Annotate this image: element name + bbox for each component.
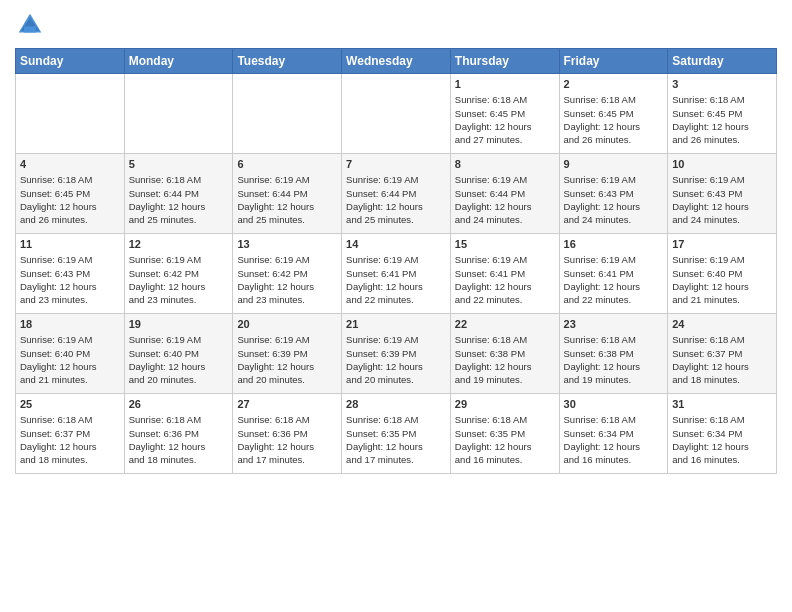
- day-number: 31: [672, 397, 772, 412]
- day-info: Sunset: 6:43 PM: [20, 267, 120, 280]
- calendar-table: SundayMondayTuesdayWednesdayThursdayFrid…: [15, 48, 777, 474]
- day-info: Daylight: 12 hours: [672, 440, 772, 453]
- day-info: and 23 minutes.: [237, 293, 337, 306]
- calendar-cell: 7Sunrise: 6:19 AMSunset: 6:44 PMDaylight…: [342, 154, 451, 234]
- day-info: Daylight: 12 hours: [564, 440, 664, 453]
- day-number: 30: [564, 397, 664, 412]
- day-number: 16: [564, 237, 664, 252]
- day-number: 4: [20, 157, 120, 172]
- day-number: 29: [455, 397, 555, 412]
- day-number: 10: [672, 157, 772, 172]
- day-info: Sunrise: 6:19 AM: [346, 173, 446, 186]
- day-info: Daylight: 12 hours: [564, 200, 664, 213]
- day-info: Sunrise: 6:19 AM: [672, 253, 772, 266]
- calendar-week-2: 4Sunrise: 6:18 AMSunset: 6:45 PMDaylight…: [16, 154, 777, 234]
- day-info: and 25 minutes.: [346, 213, 446, 226]
- day-info: Daylight: 12 hours: [564, 120, 664, 133]
- day-info: and 25 minutes.: [237, 213, 337, 226]
- day-number: 26: [129, 397, 229, 412]
- day-info: Sunset: 6:39 PM: [237, 347, 337, 360]
- calendar-cell: [124, 74, 233, 154]
- day-header-sunday: Sunday: [16, 49, 125, 74]
- day-info: Daylight: 12 hours: [237, 360, 337, 373]
- day-info: and 19 minutes.: [564, 373, 664, 386]
- day-number: 11: [20, 237, 120, 252]
- day-header-wednesday: Wednesday: [342, 49, 451, 74]
- day-info: and 24 minutes.: [672, 213, 772, 226]
- day-info: and 22 minutes.: [455, 293, 555, 306]
- day-info: and 21 minutes.: [20, 373, 120, 386]
- day-info: Sunset: 6:43 PM: [564, 187, 664, 200]
- day-info: Daylight: 12 hours: [129, 280, 229, 293]
- day-info: and 17 minutes.: [346, 453, 446, 466]
- day-info: Sunset: 6:36 PM: [129, 427, 229, 440]
- day-info: Daylight: 12 hours: [237, 200, 337, 213]
- calendar-cell: 1Sunrise: 6:18 AMSunset: 6:45 PMDaylight…: [450, 74, 559, 154]
- calendar-week-5: 25Sunrise: 6:18 AMSunset: 6:37 PMDayligh…: [16, 394, 777, 474]
- calendar-cell: 18Sunrise: 6:19 AMSunset: 6:40 PMDayligh…: [16, 314, 125, 394]
- calendar-cell: 4Sunrise: 6:18 AMSunset: 6:45 PMDaylight…: [16, 154, 125, 234]
- day-info: Sunset: 6:43 PM: [672, 187, 772, 200]
- day-header-saturday: Saturday: [668, 49, 777, 74]
- day-info: Daylight: 12 hours: [20, 200, 120, 213]
- day-info: Sunset: 6:35 PM: [346, 427, 446, 440]
- day-number: 5: [129, 157, 229, 172]
- day-info: Sunrise: 6:19 AM: [129, 253, 229, 266]
- day-info: and 26 minutes.: [20, 213, 120, 226]
- day-info: and 20 minutes.: [346, 373, 446, 386]
- day-info: and 26 minutes.: [672, 133, 772, 146]
- calendar-cell: 19Sunrise: 6:19 AMSunset: 6:40 PMDayligh…: [124, 314, 233, 394]
- calendar-cell: 23Sunrise: 6:18 AMSunset: 6:38 PMDayligh…: [559, 314, 668, 394]
- day-info: Sunrise: 6:19 AM: [20, 333, 120, 346]
- day-info: Daylight: 12 hours: [20, 280, 120, 293]
- calendar-cell: 28Sunrise: 6:18 AMSunset: 6:35 PMDayligh…: [342, 394, 451, 474]
- day-info: Sunset: 6:42 PM: [237, 267, 337, 280]
- day-info: Daylight: 12 hours: [672, 360, 772, 373]
- day-info: Daylight: 12 hours: [564, 280, 664, 293]
- day-info: Sunrise: 6:19 AM: [20, 253, 120, 266]
- day-info: Sunrise: 6:18 AM: [129, 413, 229, 426]
- day-number: 19: [129, 317, 229, 332]
- calendar-cell: 15Sunrise: 6:19 AMSunset: 6:41 PMDayligh…: [450, 234, 559, 314]
- day-header-tuesday: Tuesday: [233, 49, 342, 74]
- calendar-cell: 13Sunrise: 6:19 AMSunset: 6:42 PMDayligh…: [233, 234, 342, 314]
- day-info: Sunrise: 6:18 AM: [672, 333, 772, 346]
- calendar-week-4: 18Sunrise: 6:19 AMSunset: 6:40 PMDayligh…: [16, 314, 777, 394]
- calendar-cell: 11Sunrise: 6:19 AMSunset: 6:43 PMDayligh…: [16, 234, 125, 314]
- day-info: Sunrise: 6:18 AM: [129, 173, 229, 186]
- day-info: Sunrise: 6:18 AM: [346, 413, 446, 426]
- day-number: 12: [129, 237, 229, 252]
- day-info: Sunrise: 6:18 AM: [672, 413, 772, 426]
- day-number: 20: [237, 317, 337, 332]
- day-info: and 23 minutes.: [20, 293, 120, 306]
- calendar-cell: 29Sunrise: 6:18 AMSunset: 6:35 PMDayligh…: [450, 394, 559, 474]
- day-info: Daylight: 12 hours: [346, 200, 446, 213]
- day-info: Sunrise: 6:18 AM: [455, 333, 555, 346]
- day-header-friday: Friday: [559, 49, 668, 74]
- day-info: Sunrise: 6:19 AM: [564, 173, 664, 186]
- day-info: and 25 minutes.: [129, 213, 229, 226]
- day-info: Sunset: 6:45 PM: [455, 107, 555, 120]
- day-info: Sunset: 6:39 PM: [346, 347, 446, 360]
- day-info: Sunset: 6:45 PM: [672, 107, 772, 120]
- day-info: Sunset: 6:45 PM: [20, 187, 120, 200]
- day-number: 13: [237, 237, 337, 252]
- day-number: 18: [20, 317, 120, 332]
- day-info: Sunrise: 6:19 AM: [346, 253, 446, 266]
- day-info: Daylight: 12 hours: [237, 440, 337, 453]
- day-info: Sunrise: 6:19 AM: [237, 333, 337, 346]
- day-info: Sunset: 6:34 PM: [672, 427, 772, 440]
- calendar-cell: 25Sunrise: 6:18 AMSunset: 6:37 PMDayligh…: [16, 394, 125, 474]
- day-info: Sunrise: 6:18 AM: [20, 413, 120, 426]
- day-info: and 16 minutes.: [564, 453, 664, 466]
- day-info: and 23 minutes.: [129, 293, 229, 306]
- calendar-cell: 16Sunrise: 6:19 AMSunset: 6:41 PMDayligh…: [559, 234, 668, 314]
- calendar-cell: 14Sunrise: 6:19 AMSunset: 6:41 PMDayligh…: [342, 234, 451, 314]
- day-info: and 24 minutes.: [455, 213, 555, 226]
- day-number: 15: [455, 237, 555, 252]
- day-info: and 27 minutes.: [455, 133, 555, 146]
- day-info: and 26 minutes.: [564, 133, 664, 146]
- day-info: Daylight: 12 hours: [20, 440, 120, 453]
- day-info: Daylight: 12 hours: [455, 360, 555, 373]
- day-info: Sunrise: 6:18 AM: [455, 93, 555, 106]
